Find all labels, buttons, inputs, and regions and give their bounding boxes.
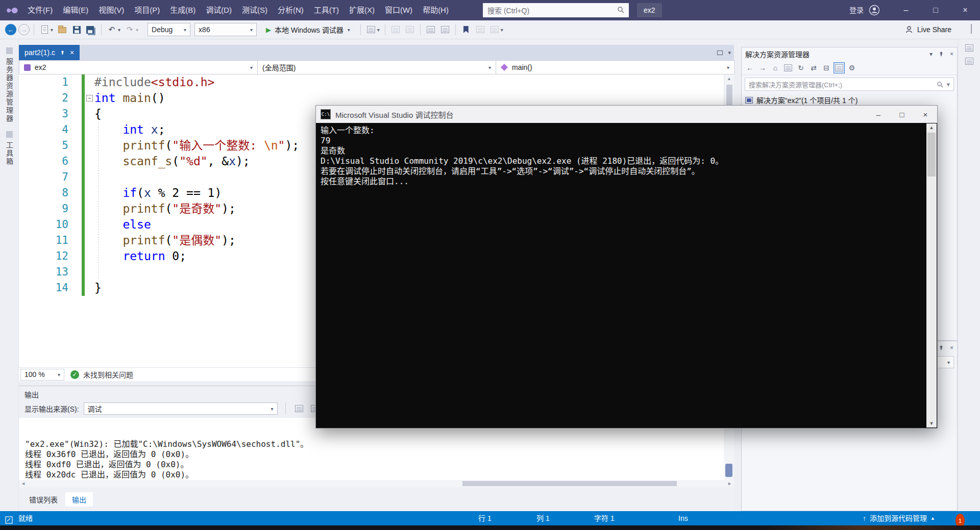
find-message-button[interactable] [293, 403, 305, 414]
bookmark-button[interactable] [460, 23, 472, 36]
home-button[interactable]: ⌂ [770, 62, 781, 73]
toolbar-overflow-dropdown[interactable]: ▾ [501, 27, 503, 33]
pin-icon[interactable] [938, 345, 944, 351]
menu-item-5[interactable]: 调试(D) [201, 0, 237, 20]
zoom-dropdown[interactable]: 100 % ▾ [20, 369, 64, 381]
scrollbar-thumb[interactable] [725, 464, 732, 477]
open-file-button[interactable] [56, 23, 68, 36]
code-line-1[interactable]: 1#include<stdio.h> [19, 74, 734, 90]
scroll-down-icon[interactable]: ▼ [926, 419, 937, 427]
undo-dropdown[interactable]: ▾ [118, 27, 120, 33]
menu-item-8[interactable]: 工具(T) [309, 0, 344, 20]
console-minimize-button[interactable]: – [867, 106, 890, 123]
sync-with-active-document-button[interactable]: ⇄ [808, 62, 819, 73]
bookmark-next-button[interactable] [488, 23, 501, 36]
document-list-icon[interactable] [717, 51, 723, 55]
redo-button[interactable]: ↷ [124, 23, 136, 36]
minimize-button[interactable]: – [891, 0, 921, 20]
switch-views-button[interactable] [782, 62, 794, 73]
scroll-up-icon[interactable]: ▲ [724, 74, 734, 83]
output-source-dropdown[interactable]: 调试 ▾ [84, 402, 278, 415]
menu-item-9[interactable]: 扩展(X) [344, 0, 380, 20]
close-button[interactable]: × [950, 0, 980, 20]
sidebar-tab-0[interactable]: 服务器资源管理器 [0, 47, 18, 123]
feedback-button[interactable] [971, 24, 972, 34]
se-back-button[interactable]: ← [744, 62, 755, 73]
pending-changes-filter-button[interactable]: ↻ [795, 62, 806, 73]
document-tab-part2-1-c[interactable]: part2(1).c × [19, 45, 80, 60]
step-over-button[interactable] [404, 23, 416, 36]
autohide-panel-icon[interactable] [965, 58, 973, 65]
console-scrollbar[interactable]: ▲ ▼ [926, 123, 937, 427]
document-health-indicator[interactable]: ✓ 未找到相关问题 [70, 369, 133, 380]
quick-search-input[interactable]: 搜索 (Ctrl+Q) [483, 3, 629, 17]
console-close-button[interactable]: × [914, 106, 937, 123]
start-debugging-button[interactable]: ▶ 本地 Windows 调试器 ▾ [264, 22, 352, 37]
attach-button[interactable] [365, 23, 377, 36]
code-line-2[interactable]: 2int main() [19, 90, 734, 106]
new-file-button[interactable] [38, 23, 51, 36]
sign-in-button[interactable]: 登录 [849, 0, 864, 20]
status-line[interactable]: 行 1 [478, 511, 492, 525]
output-horizontal-scrollbar[interactable]: ◄ ► [19, 480, 734, 487]
menu-item-4[interactable]: 生成(B) [165, 0, 201, 20]
menu-item-7[interactable]: 分析(N) [273, 0, 309, 20]
code-fold-toggle[interactable]: − [86, 95, 93, 102]
solution-root-item[interactable]: 解决方案“ex2”(1 个项目/共 1 个) [742, 95, 957, 105]
scrollbar-thumb[interactable] [927, 133, 936, 176]
save-button[interactable] [70, 23, 83, 36]
tab-close-icon[interactable]: × [70, 48, 74, 57]
maximize-button[interactable]: □ [921, 0, 950, 20]
platform-combo[interactable]: x86 ▾ [194, 23, 257, 36]
console-title-bar[interactable]: C:\ Microsoft Visual Studio 调试控制台 – □ × [316, 106, 937, 123]
navigate-back-button[interactable]: ← [5, 24, 16, 35]
navigate-forward-button[interactable]: → [18, 24, 30, 35]
se-forward-button[interactable]: → [757, 62, 768, 73]
step-into-button[interactable] [389, 23, 402, 36]
panel-tab-0[interactable]: 错误列表 [22, 492, 64, 507]
add-to-source-control-button[interactable]: ↑ 添加到源代码管理 ▲ [863, 511, 935, 525]
menu-item-11[interactable]: 帮助(H) [418, 0, 454, 20]
new-file-dropdown[interactable]: ▾ [51, 27, 53, 33]
project-dropdown[interactable]: ex2 ▾ [19, 60, 258, 74]
menu-item-6[interactable]: 测试(S) [237, 0, 273, 20]
undo-button[interactable]: ↶ [106, 23, 118, 36]
pin-icon[interactable] [938, 51, 944, 57]
menu-item-1[interactable]: 编辑(E) [58, 0, 93, 20]
scrollbar-thumb[interactable] [462, 481, 677, 486]
menu-item-3[interactable]: 项目(P) [129, 0, 165, 20]
preview-selected-items-toggle[interactable] [834, 62, 845, 73]
member-dropdown[interactable]: main() ▾ [496, 60, 734, 74]
console-maximize-button[interactable]: □ [890, 106, 914, 123]
scope-dropdown[interactable]: (全局范围) ▾ [257, 60, 496, 74]
scroll-up-icon[interactable]: ▲ [926, 123, 937, 132]
scroll-left-icon[interactable]: ◄ [21, 481, 26, 486]
autohide-panel-icon[interactable] [965, 44, 973, 52]
live-share-button[interactable]: Live Share [904, 20, 951, 39]
solution-explorer-search-input[interactable]: 搜索解决方案资源管理器(Ctrl+;) ▾ [745, 78, 954, 91]
redo-dropdown[interactable]: ▾ [136, 27, 138, 33]
collapse-all-button[interactable]: ⊟ [821, 62, 832, 73]
menu-item-10[interactable]: 窗口(W) [380, 0, 418, 20]
menu-item-0[interactable]: 文件(F) [22, 0, 58, 20]
bookmark-prev-button[interactable] [474, 23, 486, 36]
indent-increase-button[interactable] [439, 23, 451, 36]
chevron-down-icon[interactable]: ▾ [946, 81, 950, 88]
chevron-down-icon[interactable]: ▾ [929, 51, 933, 58]
panel-close-icon[interactable]: × [950, 51, 953, 58]
chevron-down-icon[interactable]: ▾ [728, 49, 731, 56]
status-character[interactable]: 字符 1 [594, 511, 615, 525]
indent-decrease-button[interactable] [425, 23, 437, 36]
status-column[interactable]: 列 1 [536, 511, 550, 525]
sidebar-tab-1[interactable]: 工具箱 [0, 131, 18, 166]
save-all-button[interactable] [85, 23, 97, 36]
panel-tab-1[interactable]: 输出 [65, 492, 93, 507]
panel-close-icon[interactable]: × [950, 344, 953, 351]
pin-icon[interactable] [60, 50, 65, 56]
configuration-combo[interactable]: Debug ▾ [148, 23, 190, 36]
menu-item-2[interactable]: 视图(V) [93, 0, 129, 20]
account-icon[interactable] [869, 5, 880, 18]
properties-button[interactable]: ⚙ [846, 62, 857, 73]
console-output-text[interactable]: 输入一个整数: 79是奇数D:\Visual Studio Community … [321, 125, 924, 187]
solution-name-badge[interactable]: ex2 [637, 3, 662, 17]
